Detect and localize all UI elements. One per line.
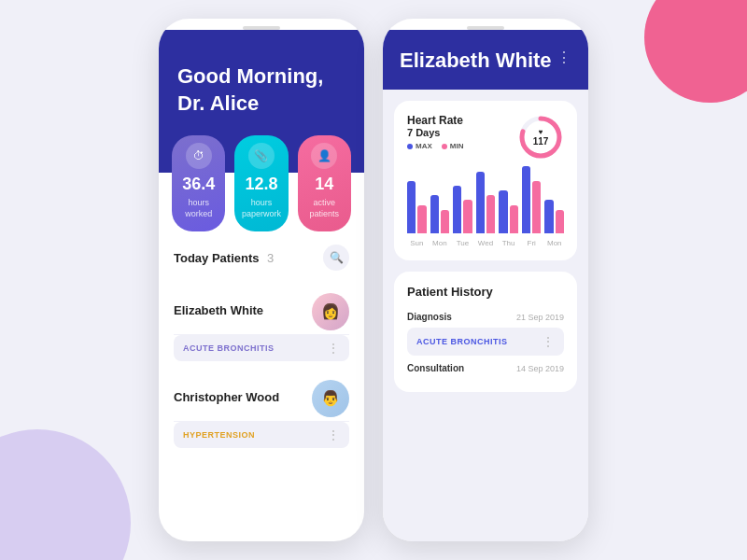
chart-label-fri: Fri [522, 239, 542, 247]
diagnosis-key: Diagnosis [407, 312, 452, 322]
chart-label-mon: Mon [430, 239, 450, 247]
chart-label-sun: Sun [407, 239, 427, 247]
chart-label-mon: Mon [544, 239, 564, 247]
diagnosis-row-christopher: HYPERTENSION ⋮ [174, 422, 349, 448]
bar-blue-1 [430, 195, 439, 233]
more-options-header[interactable]: ⋮ [557, 49, 571, 66]
avatar-christopher: 👨 [312, 380, 349, 417]
consultation-history-row: Consultation 14 Sep 2019 [407, 363, 564, 373]
more-options-elizabeth[interactable]: ⋮ [327, 341, 340, 356]
bg-circle-pink [644, 0, 747, 103]
diagnosis-tag-label: ACUTE BRONCHITIS [416, 337, 508, 346]
bar-group-wed [476, 172, 496, 234]
legend-max: MAX [407, 142, 432, 150]
legend-min: MIN [442, 142, 464, 150]
bar-group-thu [499, 190, 518, 233]
heart-icon: ♥ [533, 128, 549, 136]
person-icon: 👤 [311, 143, 337, 169]
stat-label-patients: active patients [303, 198, 345, 219]
bar-pink-3 [486, 195, 495, 233]
diagnosis-tag: ACUTE BRONCHITIS ⋮ [407, 328, 564, 356]
legend-min-label: MIN [450, 142, 464, 150]
stat-card-paperwork: 📎 12.8 hours paperwork [234, 135, 288, 231]
history-header: Patient History ⋮ [407, 285, 564, 302]
diagnosis-label-elizabeth: ACUTE BRONCHITIS [183, 343, 275, 353]
stat-value-paperwork: 12.8 [245, 175, 277, 194]
bar-pink-1 [441, 210, 449, 234]
patients-section: Today Patients 3 🔍 Elizabeth White 👩 ACU… [159, 231, 364, 541]
bg-circle-purple [0, 429, 131, 560]
stat-label-paperwork: hours paperwork [240, 198, 282, 219]
bar-pink-2 [463, 200, 472, 233]
more-options-diagnosis[interactable]: ⋮ [542, 334, 555, 349]
stat-label-hours: hours worked [177, 198, 219, 219]
avatar-elizabeth: 👩 [312, 293, 349, 330]
diagnosis-history-row: Diagnosis 21 Sep 2019 [407, 312, 564, 322]
heart-rate-info: Heart Rate 7 Days MAX MIN [407, 114, 463, 160]
hr-donut: ♥ 117 [517, 114, 564, 161]
search-button[interactable]: 🔍 [323, 245, 349, 271]
bar-pink-6 [556, 210, 564, 234]
more-options-history[interactable]: ⋮ [549, 285, 564, 302]
history-title: Patient History [407, 285, 493, 299]
patients-count: 3 [267, 251, 274, 265]
right-phone-header: Elizabeth White ⋮ [383, 30, 588, 90]
bar-pink-5 [532, 181, 541, 234]
paperclip-icon: 📎 [248, 143, 275, 169]
bar-chart [407, 161, 564, 235]
bar-group-fri [522, 166, 542, 233]
patients-title-row: Today Patients 3 [174, 249, 274, 266]
bar-blue-4 [499, 190, 507, 233]
bar-blue-6 [544, 200, 553, 233]
patient-history-card: Patient History ⋮ Diagnosis 21 Sep 2019 … [394, 272, 577, 392]
bar-blue-5 [522, 166, 530, 233]
chart-labels: SunMonTueWedThuFriMon [407, 239, 564, 247]
stat-card-hours: ⏱ 36.4 hours worked [172, 135, 225, 231]
bar-group-mon [430, 195, 450, 233]
patient-name-elizabeth: Elizabeth White [174, 303, 263, 319]
consultation-date: 14 Sep 2019 [516, 364, 564, 373]
patient-name-christopher: Christopher Wood [174, 390, 279, 406]
greeting-text: Good Morning, Dr. Alice [177, 63, 345, 117]
consultation-key: Consultation [407, 363, 464, 373]
bar-group-tue [453, 186, 472, 233]
diagnosis-date: 21 Sep 2019 [516, 313, 564, 322]
right-phone: Elizabeth White ⋮ Heart Rate 7 Days MAX [383, 19, 588, 541]
right-phone-content: Heart Rate 7 Days MAX MIN [383, 90, 588, 541]
heart-rate-card: Heart Rate 7 Days MAX MIN [394, 101, 577, 260]
patient-item-elizabeth: Elizabeth White 👩 [174, 284, 349, 335]
stat-card-patients: 👤 14 active patients [298, 135, 351, 231]
stat-value-patients: 14 [315, 175, 333, 194]
chart-label-wed: Wed [476, 239, 496, 247]
patients-title: Today Patients [174, 251, 260, 265]
left-phone: Good Morning, Dr. Alice ⏱ 36.4 hours wor… [159, 19, 364, 541]
stats-row: ⏱ 36.4 hours worked 📎 12.8 hours paperwo… [159, 135, 364, 231]
patients-header: Today Patients 3 🔍 [174, 245, 349, 271]
patient-item-christopher: Christopher Wood 👨 [174, 371, 349, 422]
diagnosis-label-christopher: HYPERTENSION [183, 430, 255, 440]
legend-dot-min [442, 144, 447, 149]
legend-max-label: MAX [416, 142, 432, 150]
chart-label-thu: Thu [499, 239, 518, 247]
chart-label-tue: Tue [453, 239, 472, 247]
hr-value: 117 [533, 136, 549, 147]
bar-blue-0 [407, 181, 416, 234]
bar-pink-0 [417, 205, 426, 234]
clock-icon: ⏱ [186, 143, 212, 169]
bar-pink-4 [510, 205, 518, 234]
legend-dot-max [407, 144, 413, 149]
bar-group-sun [407, 181, 427, 234]
hr-days: 7 Days [407, 127, 463, 138]
stat-value-hours: 36.4 [182, 175, 215, 194]
bar-blue-3 [476, 172, 485, 234]
diagnosis-row-elizabeth: ACUTE BRONCHITIS ⋮ [174, 335, 349, 361]
more-options-christopher[interactable]: ⋮ [327, 427, 340, 442]
heart-rate-top: Heart Rate 7 Days MAX MIN [407, 114, 564, 161]
bar-group-mon [544, 200, 564, 233]
hr-legend: MAX MIN [407, 142, 463, 150]
hr-center-value: ♥ 117 [533, 128, 549, 147]
hr-title: Heart Rate [407, 114, 463, 127]
patient-header-name: Elizabeth White [400, 49, 552, 73]
bar-blue-2 [453, 186, 461, 233]
